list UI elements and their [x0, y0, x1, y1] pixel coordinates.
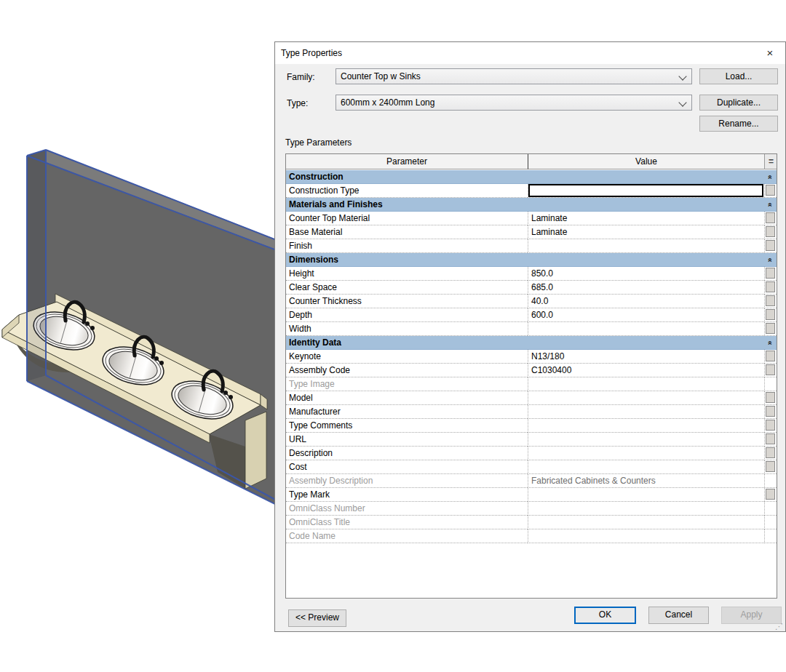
close-button[interactable]: × — [755, 42, 785, 64]
parameter-value[interactable]: N13/180 — [528, 350, 764, 364]
family-select[interactable]: Counter Top w Sinks — [336, 68, 692, 84]
parameter-row: Code Name — [286, 529, 777, 543]
load-button[interactable]: Load... — [699, 68, 778, 84]
rename-button[interactable]: Rename... — [699, 116, 778, 132]
type-properties-dialog: Type Properties × Family: Counter Top w … — [274, 41, 786, 632]
parameter-value[interactable] — [528, 239, 764, 253]
formula-cell — [764, 308, 777, 322]
associate-parameter-button[interactable] — [766, 323, 775, 334]
formula-cell — [764, 433, 777, 447]
column-header-value: Value — [528, 154, 764, 169]
cancel-button[interactable]: Cancel — [648, 607, 709, 624]
formula-cell — [764, 350, 777, 364]
parameter-value[interactable] — [528, 447, 764, 460]
formula-cell — [764, 447, 777, 460]
associate-parameter-button[interactable] — [766, 309, 775, 320]
type-select[interactable]: 600mm x 2400mm Long — [336, 95, 692, 111]
section-row[interactable]: Identity Data» — [286, 336, 777, 350]
parameters-table: Parameter Value = Construction»Construct… — [285, 153, 777, 599]
formula-cell — [764, 212, 777, 225]
parameters-table-body: Construction»Construction TypeMaterials … — [286, 170, 777, 543]
parameter-row: Model — [286, 391, 777, 405]
parameter-row: URL — [286, 433, 777, 447]
associate-parameter-button[interactable] — [766, 351, 775, 361]
parameter-name: Model — [286, 391, 528, 405]
parameter-row: Width — [286, 322, 777, 336]
section-row[interactable]: Dimensions» — [286, 253, 777, 267]
parameter-value[interactable] — [528, 377, 764, 391]
parameter-row: Description — [286, 447, 777, 460]
parameter-value[interactable] — [528, 502, 764, 516]
parameter-row: Type Comments — [286, 419, 777, 433]
parameter-name: Keynote — [286, 350, 528, 364]
parameter-name: Type Comments — [286, 419, 528, 433]
parameter-row: Type Mark — [286, 488, 777, 502]
parameter-name: Description — [286, 447, 528, 460]
section-row[interactable]: Construction» — [286, 170, 777, 184]
associate-parameter-button[interactable] — [766, 240, 775, 251]
associate-parameter-button[interactable] — [766, 461, 775, 472]
parameter-row: Type Image — [286, 377, 777, 391]
parameter-value[interactable] — [528, 516, 764, 529]
collapse-icon[interactable]: » — [765, 175, 773, 179]
associate-parameter-button[interactable] — [766, 185, 775, 196]
parameter-value[interactable] — [528, 419, 764, 433]
parameter-value[interactable]: 600.0 — [528, 308, 764, 322]
apply-button[interactable]: Apply — [721, 607, 782, 624]
parameter-value[interactable]: Fabricated Cabinets & Counters — [528, 474, 764, 488]
parameter-value[interactable] — [528, 488, 764, 502]
parameter-value[interactable] — [528, 405, 764, 419]
associate-parameter-button[interactable] — [766, 420, 775, 431]
formula-cell — [764, 281, 777, 295]
associate-parameter-button[interactable] — [766, 406, 775, 417]
parameter-value[interactable] — [528, 322, 764, 336]
formula-cell — [764, 502, 777, 516]
preview-toggle-button[interactable]: << Preview — [288, 609, 346, 627]
formula-cell — [764, 295, 777, 308]
parameter-value[interactable] — [528, 184, 764, 198]
parameter-value[interactable] — [528, 433, 764, 447]
dialog-titlebar: Type Properties × — [275, 42, 785, 64]
collapse-icon[interactable]: » — [765, 257, 773, 262]
associate-parameter-button[interactable] — [766, 489, 775, 500]
parameter-value[interactable]: Laminate — [528, 225, 764, 239]
associate-parameter-button[interactable] — [766, 295, 775, 306]
section-label: Identity Data — [289, 337, 341, 348]
parameter-row: Counter Thickness40.0 — [286, 295, 777, 308]
parameter-value[interactable] — [528, 460, 764, 474]
associate-parameter-button[interactable] — [766, 281, 775, 292]
parameter-value[interactable]: C1030400 — [528, 364, 764, 377]
associate-parameter-button[interactable] — [766, 433, 775, 444]
column-header-parameter: Parameter — [286, 154, 528, 169]
parameter-value[interactable] — [528, 391, 764, 405]
construction-type-input[interactable] — [528, 184, 763, 197]
parameter-value[interactable] — [528, 529, 764, 543]
collapse-icon[interactable]: » — [765, 202, 773, 207]
parameter-value[interactable]: 40.0 — [528, 295, 764, 308]
associate-parameter-button[interactable] — [766, 392, 775, 403]
associate-parameter-button[interactable] — [766, 447, 775, 458]
parameter-name: Construction Type — [286, 184, 528, 198]
parameter-name: Counter Top Material — [286, 212, 528, 225]
parameter-value[interactable]: 850.0 — [528, 267, 764, 281]
parameter-name: Type Mark — [286, 488, 528, 502]
parameter-value[interactable]: Laminate — [528, 212, 764, 225]
column-header-formula: = — [764, 154, 777, 169]
associate-parameter-button[interactable] — [766, 268, 775, 279]
formula-cell — [764, 488, 777, 502]
ok-button[interactable]: OK — [574, 607, 636, 624]
parameter-value[interactable]: 685.0 — [528, 281, 764, 295]
associate-parameter-button[interactable] — [766, 212, 775, 223]
parameter-name: Manufacturer — [286, 405, 528, 419]
formula-cell — [764, 322, 777, 336]
associate-parameter-button[interactable] — [766, 226, 775, 237]
associate-parameter-button[interactable] — [766, 364, 775, 375]
family-label: Family: — [287, 72, 315, 82]
duplicate-button[interactable]: Duplicate... — [699, 95, 778, 111]
section-row[interactable]: Materials and Finishes» — [286, 198, 777, 212]
parameter-row: Height850.0 — [286, 267, 777, 281]
formula-cell — [764, 391, 777, 405]
collapse-icon[interactable]: » — [765, 340, 773, 345]
resize-grip[interactable]: ⋰ — [775, 623, 783, 630]
model-preview — [0, 0, 277, 672]
